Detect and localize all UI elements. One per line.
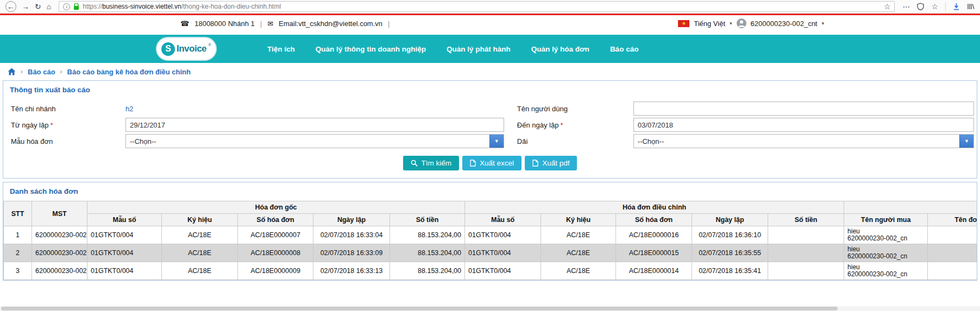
nav-item-quan-ly-phat-hanh[interactable]: Quản lý phát hành: [447, 45, 511, 53]
url-bar[interactable]: i https://business-sinvoice.viettel.vn/t…: [59, 1, 895, 12]
cell-adj-mau-so: 01GTKT0/004: [465, 226, 541, 244]
nav-item-tien-ich[interactable]: Tiện ích: [267, 45, 295, 53]
url-path: /thong-ke-hoa-don-dieu-chinh.html: [181, 3, 281, 10]
chevron-down-icon: ▼: [494, 138, 499, 144]
cell-mst: 6200000230-002: [32, 226, 87, 244]
cell-adj-mau-so: 01GTKT0/004: [465, 244, 541, 262]
email-text: Email:vtt_cskhdn@viettel.com.vn: [279, 20, 382, 28]
hotline-text: 18008000 Nhánh 1: [194, 20, 255, 28]
cell-adj-so-tien: [768, 244, 844, 262]
col-header-so-tien: Số tiền: [390, 214, 465, 226]
browser-window: ← → ↻ ⌂ i https://business-sinvoice.viet…: [0, 0, 980, 311]
page-info-icon[interactable]: i: [63, 3, 70, 10]
invoice-list-panel: Danh sách hóa đơn STT MST Hóa đơn gốc Hó…: [3, 182, 977, 281]
required-mark: *: [50, 121, 53, 129]
refresh-icon[interactable]: ↻: [35, 3, 41, 10]
nav-item-bao-cao[interactable]: Báo cáo: [610, 45, 639, 53]
cell-adj-ky-hieu: AC/18E: [541, 244, 616, 262]
breadcrumb-bao-cao[interactable]: Báo cáo: [28, 68, 55, 76]
logo-text: Invoice: [177, 43, 206, 54]
invoice-table-wrapper: STT MST Hóa đơn gốc Hóa đơn điều chỉnh M…: [3, 201, 977, 280]
cell-unit: [928, 262, 977, 280]
dropdown-trigger[interactable]: ▼: [489, 135, 504, 148]
language-selector[interactable]: Tiếng Việt: [694, 20, 725, 28]
cell-stt: 2: [4, 244, 32, 262]
to-date-label: Đến ngày lập*: [510, 121, 633, 129]
scrollbar-thumb[interactable]: [1, 307, 838, 310]
back-button[interactable]: ←: [5, 1, 16, 12]
nav-item-quan-ly-thong-tin[interactable]: Quản lý thông tin doanh nghiệp: [316, 45, 426, 53]
panel-title: Danh sách hóa đơn: [3, 182, 977, 201]
cell-orig-ngay-lap: 02/07/2018 16:33:13: [313, 262, 390, 280]
home-icon[interactable]: ⌂: [47, 3, 51, 10]
dropdown-trigger[interactable]: ▼: [959, 135, 973, 148]
breadcrumb-separator-icon: ›: [60, 68, 62, 75]
export-pdf-button[interactable]: Xuất pdf: [525, 156, 577, 170]
range-label: Dải: [510, 137, 633, 145]
table-row[interactable]: 2 6200000230-002 01GTKT0/004 AC/18E AC/1…: [4, 244, 977, 262]
cell-buyer: hieu6200000230-002_cn: [844, 262, 928, 280]
account-menu[interactable]: 6200000230-002_cnt: [751, 20, 818, 28]
breadcrumb-home-icon[interactable]: [8, 68, 16, 75]
horizontal-scrollbar[interactable]: [0, 306, 980, 311]
range-select[interactable]: --Chọn-- ▼: [633, 134, 974, 148]
col-header-so-hoa-don: Số hóa đơn: [616, 214, 692, 226]
cell-orig-so-tien: 88.153.204,00: [390, 244, 465, 262]
bookmark-star-icon[interactable]: ☆: [884, 3, 891, 10]
cell-orig-ngay-lap: 02/07/2018 16:33:09: [313, 244, 390, 262]
bookmarks-star-icon[interactable]: ☆: [931, 3, 938, 10]
nav-item-quan-ly-hoa-don[interactable]: Quản lý hóa đơn: [531, 45, 589, 53]
cell-orig-so-tien: 88.153.204,00: [390, 226, 465, 244]
cell-orig-ky-hieu: AC/18E: [162, 226, 238, 244]
to-date-input[interactable]: [633, 118, 974, 132]
col-header-ngay-lap: Ngày lập: [692, 214, 768, 226]
url-host: business-sinvoice.viettel.vn: [102, 3, 181, 10]
col-header-stt: STT: [4, 201, 32, 226]
col-header-mau-so: Mẫu số: [87, 214, 162, 226]
branch-value: h2: [125, 105, 133, 113]
cell-adj-ngay-lap: 02/07/2018 16:35:41: [692, 262, 768, 280]
language-caret-icon[interactable]: ▾: [730, 21, 732, 26]
username-label: Tên người dùng: [510, 105, 633, 113]
cell-adj-ngay-lap: 02/07/2018 16:35:55: [692, 244, 768, 262]
library-icon[interactable]: [967, 3, 975, 10]
main-nav: S Invoice ® Tiện ích Quản lý thông tin d…: [0, 35, 980, 63]
forward-icon[interactable]: →: [22, 3, 29, 10]
cell-mst: 6200000230-002: [32, 244, 87, 262]
cell-orig-so-hoa-don: AC/18E0000007: [238, 226, 313, 244]
breadcrumb-separator-icon: ›: [21, 68, 23, 75]
tracking-shield-icon[interactable]: [917, 3, 924, 10]
export-excel-button[interactable]: Xuất excel: [462, 156, 522, 170]
cell-orig-so-hoa-don: AC/18E0000009: [238, 262, 313, 280]
from-date-input[interactable]: [125, 118, 504, 132]
toolbar-divider: [945, 2, 946, 11]
invoice-template-select[interactable]: --Chọn-- ▼: [125, 134, 504, 148]
avatar-icon: [737, 18, 746, 28]
table-row[interactable]: 3 6200000230-002 01GTKT0/004 AC/18E AC/1…: [4, 262, 977, 280]
downloads-icon[interactable]: [953, 3, 960, 10]
col-header-ten-don-vi: Tên đơn vị: [928, 214, 977, 226]
group-header-adjusted: Hóa đơn điều chỉnh: [465, 201, 844, 214]
col-header-ngay-lap: Ngày lập: [313, 214, 390, 226]
col-header-ten-nguoi-mua: Tên người mua: [844, 214, 928, 226]
cell-unit: [928, 226, 977, 244]
cell-buyer: hieu6200000230-002_cn: [844, 226, 928, 244]
ssl-lock-icon[interactable]: [73, 3, 79, 10]
search-button[interactable]: Tìm kiếm: [403, 156, 460, 170]
sinvoice-logo[interactable]: S Invoice ®: [156, 37, 217, 61]
username-input[interactable]: [633, 101, 974, 116]
breadcrumb: › Báo cáo › Báo cáo bảng kê hóa đơn điều…: [0, 63, 980, 80]
table-row[interactable]: 1 6200000230-002 01GTKT0/004 AC/18E AC/1…: [4, 226, 977, 244]
required-mark: *: [560, 121, 563, 129]
overflow-menu-icon[interactable]: ⋯: [902, 3, 910, 10]
url-text: https://business-sinvoice.viettel.vn/tho…: [83, 3, 281, 10]
cell-orig-mau-so: 01GTKT0/004: [87, 226, 162, 244]
contact-info: ☎ 18008000 Nhánh 1 | ✉ Email:vtt_cskhdn@…: [180, 20, 390, 28]
logo-registered-mark: ®: [208, 42, 211, 47]
contact-bar: ☎ 18008000 Nhánh 1 | ✉ Email:vtt_cskhdn@…: [0, 15, 980, 31]
group-header-spacer: [844, 201, 977, 214]
account-caret-icon[interactable]: ▾: [821, 21, 824, 26]
phone-icon: ☎: [180, 20, 189, 28]
cell-adj-ky-hieu: AC/18E: [541, 226, 616, 244]
col-header-mst: MST: [32, 201, 87, 226]
